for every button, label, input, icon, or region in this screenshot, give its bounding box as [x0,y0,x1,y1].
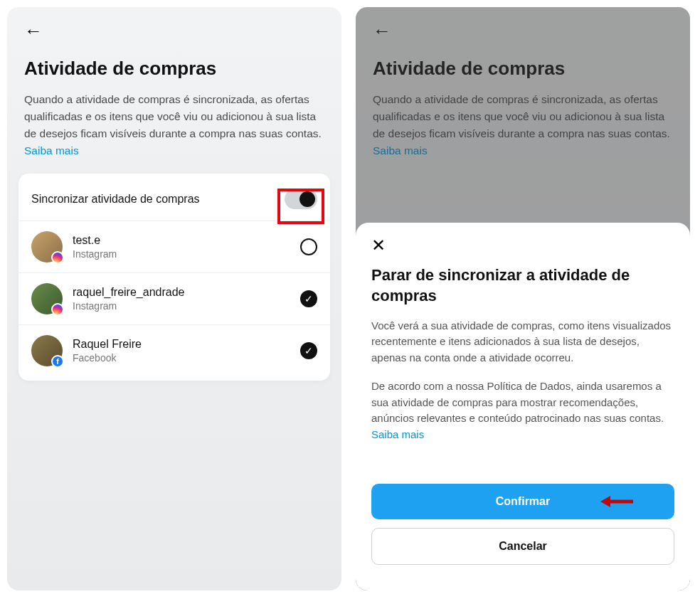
account-row[interactable]: test.e Instagram [18,221,330,273]
close-icon[interactable]: ✕ [371,235,386,255]
desc-text: Quando a atividade de compras é sincroni… [24,93,322,139]
sync-toggle-row: Sincronizar atividade de compras [18,178,330,221]
check-icon[interactable]: ✓ [300,290,317,307]
sheet-title: Parar de sincronizar a atividade de comp… [371,265,674,306]
radio-unchecked-icon[interactable] [300,238,317,255]
account-platform: Facebook [73,352,300,364]
page-title: Atividade de compras [24,58,324,80]
annotation-arrow-icon [600,493,635,510]
avatar [31,231,63,263]
svg-marker-1 [600,496,610,507]
back-arrow-icon[interactable]: ← [24,20,43,42]
confirm-sheet: ✕ Parar de sincronizar a atividade de co… [356,223,690,590]
check-icon[interactable]: ✓ [300,342,317,359]
sync-toggle[interactable] [285,189,317,209]
instagram-badge-icon [51,251,64,264]
account-name: raquel_freire_andrade [73,286,300,299]
facebook-badge-icon: f [51,355,64,368]
sync-toggle-label: Sincronizar atividade de compras [31,193,200,206]
account-info: Raquel Freire Facebook [73,338,300,364]
account-row[interactable]: raquel_freire_andrade Instagram ✓ [18,273,330,325]
account-platform: Instagram [73,300,300,312]
cancel-button[interactable]: Cancelar [371,528,674,565]
confirm-button-label: Confirmar [496,495,550,507]
sheet-paragraph-1: Você verá a sua atividade de compras, co… [371,318,674,366]
instagram-badge-icon [51,303,64,316]
sync-card: Sincronizar atividade de compras test.e … [18,174,330,381]
account-info: raquel_freire_andrade Instagram [73,286,300,312]
confirm-button[interactable]: Confirmar [371,484,674,519]
learn-more-link[interactable]: Saiba mais [24,144,79,157]
sheet-learn-more-link[interactable]: Saiba mais [371,428,424,440]
sheet-paragraph-2: De acordo com a nossa Política de Dados,… [371,378,674,442]
toggle-knob [299,191,315,207]
account-platform: Instagram [73,248,300,260]
account-row[interactable]: f Raquel Freire Facebook ✓ [18,325,330,376]
page-description: Quando a atividade de compras é sincroni… [24,91,324,159]
cancel-button-label: Cancelar [499,540,547,552]
screen-settings: ← Atividade de compras Quando a atividad… [7,7,341,590]
account-name: test.e [73,234,300,247]
account-name: Raquel Freire [73,338,300,351]
account-info: test.e Instagram [73,234,300,260]
sheet-p2-text: De acordo com a nossa Política de Dados,… [371,380,664,424]
avatar [31,283,63,314]
avatar: f [31,335,63,366]
screen-confirm-dialog: ← Atividade de compras Quando a atividad… [356,7,690,590]
